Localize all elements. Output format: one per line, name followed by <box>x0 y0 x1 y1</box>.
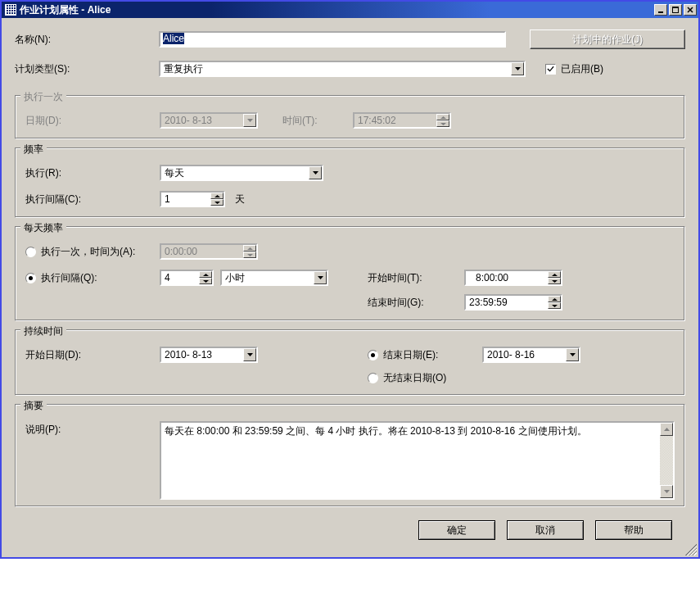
radio-icon <box>25 273 36 283</box>
chevron-down-icon[interactable] <box>511 62 524 75</box>
schedule-type-select[interactable]: 重复执行 <box>159 61 526 77</box>
chevron-down-icon[interactable] <box>243 348 256 361</box>
chevron-down-icon[interactable] <box>314 271 327 284</box>
dialog-button-bar: 确定 取消 帮助 <box>15 512 685 545</box>
cancel-button[interactable]: 取消 <box>507 520 584 540</box>
svg-rect-2 <box>672 7 679 8</box>
window-controls <box>654 4 697 16</box>
description-textarea[interactable]: 每天在 8:00:00 和 23:59:59 之间、每 4 小时 执行。将在 2… <box>160 421 675 500</box>
chevron-up-icon[interactable] <box>548 271 561 278</box>
chevron-down-icon <box>436 120 449 127</box>
description-text: 每天在 8:00:00 和 23:59:59 之间、每 4 小时 执行。将在 2… <box>161 423 660 498</box>
summary-legend: 摘要 <box>20 399 47 413</box>
chevron-up-icon <box>436 114 449 120</box>
frequency-legend: 频率 <box>20 143 47 156</box>
exec-label: 执行(R): <box>25 166 160 180</box>
frequency-group: 频率 执行(R): 每天 执行间隔(C): 1 天 <box>15 147 685 218</box>
vertical-scrollbar[interactable] <box>660 423 673 498</box>
name-row: 名称(N): Alice 计划中的作业(J) <box>15 29 685 49</box>
once-date-select: 2010- 8-13 <box>160 112 258 129</box>
no-end-date-radio[interactable]: 无结束日期(O) <box>368 371 580 385</box>
execute-once-legend: 执行一次 <box>20 90 66 104</box>
chevron-up-icon[interactable] <box>548 296 561 302</box>
exec-interval-spinner[interactable]: 1 <box>160 191 225 207</box>
dialog-window: 作业计划属性 - Alice 名称(N): Alice 计划中的作业 <box>0 0 700 559</box>
once-time-spinner: 17:45:02 <box>353 112 451 129</box>
once-date-label: 日期(D): <box>25 114 160 128</box>
close-button[interactable] <box>684 4 697 16</box>
radio-icon <box>368 350 378 360</box>
chevron-down-icon[interactable] <box>548 302 561 309</box>
chevron-down-icon[interactable] <box>566 348 579 361</box>
chevron-down-icon[interactable] <box>199 278 212 284</box>
radio-icon <box>368 373 378 383</box>
daily-interval-unit-select[interactable]: 小时 <box>220 270 328 286</box>
chevron-down-icon <box>243 114 256 127</box>
maximize-button[interactable] <box>669 4 682 16</box>
summary-group: 摘要 说明(P): 每天在 8:00:00 和 23:59:59 之间、每 4 … <box>15 404 685 507</box>
daily-interval-value-spinner[interactable]: 4 <box>160 270 214 286</box>
duration-group: 持续时间 开始日期(D): 2010- 8-13 结束日期(E): 2 <box>15 329 685 396</box>
schedule-type-row: 计划类型(S): 重复执行 已启用(B) <box>15 61 685 77</box>
end-date-select[interactable]: 2010- 8-16 <box>482 347 580 363</box>
name-label: 名称(N): <box>15 33 159 47</box>
scroll-down-icon[interactable] <box>660 485 673 498</box>
scroll-track[interactable] <box>660 436 673 485</box>
day-unit-label: 天 <box>235 193 245 206</box>
end-time-spinner[interactable]: 23:59:59 <box>464 294 562 311</box>
jobs-in-plan-button[interactable]: 计划中的作业(J) <box>530 29 685 49</box>
resize-grip-icon[interactable] <box>685 544 697 555</box>
client-area: 名称(N): Alice 计划中的作业(J) 计划类型(S): 重复执行 已 <box>2 18 698 557</box>
scroll-up-icon[interactable] <box>660 423 673 436</box>
enabled-checkbox[interactable]: 已启用(B) <box>545 62 603 76</box>
end-date-radio[interactable]: 结束日期(E): <box>368 348 482 362</box>
schedule-type-label: 计划类型(S): <box>15 62 159 76</box>
chevron-down-icon[interactable] <box>548 278 561 284</box>
system-icon <box>5 4 16 16</box>
radio-icon <box>25 247 36 257</box>
chevron-down-icon <box>243 252 256 258</box>
daily-interval-radio[interactable]: 执行间隔(Q): <box>25 270 160 286</box>
start-date-label: 开始日期(D): <box>25 347 160 363</box>
daily-once-radio[interactable]: 执行一次，时间为(A): <box>25 245 160 259</box>
daily-once-time-spinner: 0:00:00 <box>160 243 258 260</box>
end-time-label: 结束时间(G): <box>368 296 464 310</box>
start-time-spinner[interactable]: 8:00:00 <box>464 270 562 286</box>
check-icon <box>545 64 556 75</box>
daily-frequency-legend: 每天频率 <box>20 221 66 235</box>
start-time-label: 开始时间(T): <box>368 271 464 285</box>
chevron-up-icon[interactable] <box>210 193 224 199</box>
once-time-label: 时间(T): <box>282 114 353 128</box>
svg-rect-0 <box>658 11 663 13</box>
name-input[interactable]: Alice <box>159 31 506 48</box>
exec-interval-label: 执行间隔(C): <box>25 193 160 206</box>
execute-once-group: 执行一次 日期(D): 2010- 8-13 时间(T): 17:45:02 <box>15 95 685 139</box>
duration-legend: 持续时间 <box>20 324 66 338</box>
titlebar-text: 作业计划属性 - Alice <box>20 3 654 17</box>
chevron-down-icon[interactable] <box>210 199 224 206</box>
exec-period-select[interactable]: 每天 <box>160 165 323 181</box>
titlebar: 作业计划属性 - Alice <box>2 2 698 18</box>
chevron-down-icon[interactable] <box>309 166 322 179</box>
chevron-up-icon <box>243 245 256 252</box>
help-button[interactable]: 帮助 <box>595 520 672 540</box>
minimize-button[interactable] <box>654 4 667 16</box>
start-date-select[interactable]: 2010- 8-13 <box>160 347 258 363</box>
description-label: 说明(P): <box>25 421 160 500</box>
daily-frequency-group: 每天频率 执行一次，时间为(A): 0:00:00 执行间隔(Q <box>15 226 685 321</box>
ok-button[interactable]: 确定 <box>418 520 495 540</box>
chevron-up-icon[interactable] <box>199 271 212 278</box>
